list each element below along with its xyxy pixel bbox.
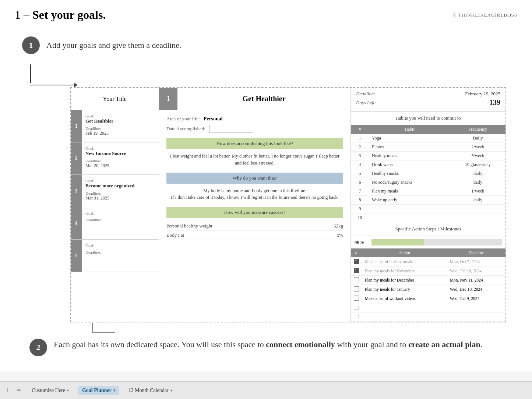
goal-label: Goal: [85,146,155,151]
tab-arrow: ▾ [67,388,69,392]
habit-name: Drink water [369,160,450,169]
deadline-value: Mar 31, 2025 [85,195,155,201]
habit-freq: daily [450,178,505,187]
goal-item: 5 Goal: Deadline: [71,240,159,272]
action-deadline: Wed, Oct 9, 2024 [447,294,505,303]
checkbox-unchecked[interactable] [354,286,359,292]
goal-value: Get Healthier [85,118,155,124]
date-input[interactable] [209,125,253,133]
habit-row: 2 Pilates 2/week [351,143,505,152]
measure-label: Body Fat [166,232,184,238]
action-check-cell[interactable] [351,285,362,294]
section2-text: My body is my home and I only get one in… [166,187,343,201]
area-label: Area of your life: [166,116,200,122]
action-title: Specific Action Steps / Milestones [351,222,505,236]
action-check-cell[interactable] [351,303,362,313]
step1-badge: 1 [22,36,40,54]
habit-num: 5 [351,169,369,178]
tab-item[interactable]: 12 Month Calendar▾ [125,386,176,395]
daysleft-value: 139 [489,98,500,107]
checkbox-unchecked[interactable] [354,296,359,301]
goal-value: Become more organized [85,183,155,189]
action-row: Plan my meals for December Mon, Nov 11, … [351,276,505,285]
action-row: Make a list of healthy meals Mon, Oct 7,… [351,257,505,266]
right-header: Deadline: February 19, 2025 Days Left: 1… [351,88,505,112]
action-deadline: Wed, Dec 18, 2024 [447,285,505,294]
habit-num: 6 [351,178,369,187]
habit-freq: Daily [450,134,505,143]
checkbox-checked[interactable] [354,268,359,273]
habit-name [369,205,450,213]
middle-panel: 1 Get Healthier Area of your life: Perso… [159,88,351,322]
habit-num: 7 [351,187,369,196]
deadline-label: Deadline: [85,159,155,163]
habit-freq [450,205,505,213]
habit-num: 8 [351,196,369,205]
ui-panels: Your Title 1 Goal: Get Healthier Deadlin… [71,88,505,322]
goal-details: Goal: Deadline: [82,240,159,272]
tab-arrow: ▾ [113,388,115,392]
action-name [362,313,447,322]
daysleft-row: Days Left: 139 [356,98,500,107]
habit-freq [450,213,505,222]
deadline-date: February 19, 2025 [465,91,500,97]
deadline-label: Deadline: [85,250,155,254]
action-check-cell[interactable] [351,313,362,322]
habit-row: 5 Healthy snacks daily [351,169,505,178]
page-title: 1 – Set your goals. [15,8,106,22]
habit-row: 3 Healthy meals 5/week [351,152,505,160]
actions-body: Make a list of healthy meals Mon, Oct 7,… [351,257,505,322]
checkbox-unchecked[interactable] [354,277,359,282]
habit-num: 10 [351,213,369,222]
main-content: 1 Add your goals and give them a deadlin… [0,25,532,371]
progress-row: 40% [351,236,505,248]
section1-header: How does accomplishing this look like? [166,138,343,149]
action-col-check: ✓ [351,248,362,257]
section1-text: I lost weight and feel a lot better. My … [166,153,343,167]
middle-header: 1 Get Healthier [159,88,350,110]
action-check-cell[interactable] [351,294,362,303]
step1-instruction: Add your goals and give them a deadline. [46,40,182,50]
habits-body: 1 Yoga Daily 2 Pilates 2/week 3 Healthy … [351,134,505,222]
action-section: Specific Action Steps / Milestones 40% ✓… [351,222,505,322]
tab-label: 12 Month Calendar [128,388,169,393]
action-deadline [447,303,505,313]
main-ui-block: Your Title 1 Goal: Get Healthier Deadlin… [70,87,506,322]
action-check-cell[interactable] [351,266,362,276]
action-deadline: Wed, Oct 18, 2024 [447,266,505,276]
bottom-bar: + ≡ Customize Here▾ Goal Planner▾ 12 Mon… [0,381,532,399]
habits-col-freq: Frequency [450,125,505,134]
habit-row: 4 Drink water 10 glasses/day [351,160,505,169]
measures-list: Personal healthy weight 62kg Body Fat x% [166,222,343,240]
action-row: Plan my meals for January Wed, Dec 18, 2… [351,285,505,294]
checkbox-checked[interactable] [354,259,359,264]
add-icon[interactable]: + [6,386,10,394]
action-row [351,313,505,322]
habit-name: Yoga [369,134,450,143]
habit-row: 10 [351,213,505,222]
action-deadline: Mon, Nov 11, 2024 [447,276,505,285]
goals-panel: Your Title 1 Goal: Get Healthier Deadlin… [71,88,159,322]
checkbox-unchecked[interactable] [354,314,359,319]
your-title-label: Your Title [103,96,127,102]
middle-title: Get Healthier [177,88,350,110]
measure-label: Personal healthy weight [166,223,212,229]
habit-row: 6 No soda/sugary snacks daily [351,178,505,187]
action-check-cell[interactable] [351,257,362,266]
goals-panel-header: Your Title [71,88,159,110]
measure-row: Personal healthy weight 62kg [166,222,343,231]
habit-name: Wake up early [369,196,450,205]
tab-item[interactable]: Customize Here▾ [28,386,73,395]
goal-item: 4 Goal: Deadline: [71,207,159,240]
right-panel: Deadline: February 19, 2025 Days Left: 1… [351,88,505,322]
progress-label: 40% [355,239,369,245]
section3-header: How will you measure success? [166,207,343,218]
checkbox-unchecked[interactable] [354,305,359,310]
section2-header: Why do you want this? [166,173,343,184]
menu-icon[interactable]: ≡ [17,386,21,394]
tab-item[interactable]: Goal Planner▾ [78,386,119,395]
date-row: Date Accomplished: [166,125,343,133]
deadline-row: Deadline: February 19, 2025 [356,91,500,97]
daysleft-label: Days Left: [356,100,376,106]
action-check-cell[interactable] [351,276,362,285]
